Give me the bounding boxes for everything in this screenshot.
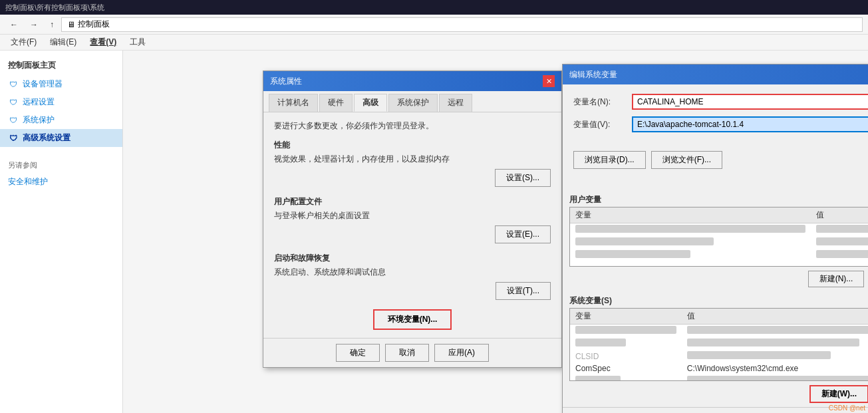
user-table-row[interactable] xyxy=(570,223,868,237)
envvar-dialog: 环境变量 ✕ 编辑系统变量 ✕ 变量名(N): 变量值(V): xyxy=(562,64,868,413)
nav-path-text: 控制面板 xyxy=(78,19,110,30)
performance-settings-btn[interactable]: 设置(S)... xyxy=(495,169,551,187)
sys-table-header-val: 值 xyxy=(682,309,868,325)
edit-var-input[interactable] xyxy=(632,94,868,110)
sys-table-row-comspec[interactable]: ComSpec C:\Windows\system32\cmd.exe xyxy=(570,362,868,374)
sys-table-row[interactable] xyxy=(570,374,868,381)
user-profile-settings-btn[interactable]: 设置(E)... xyxy=(495,225,551,243)
edit-dialog: 编辑系统变量 ✕ 变量名(N): 变量值(V): 浏览目录(D)... 浏览文件 xyxy=(563,65,868,176)
nav-up[interactable]: ↑ xyxy=(45,18,59,31)
sysprop-title: 系统属性 xyxy=(270,76,302,87)
user-table-row[interactable] xyxy=(570,236,868,249)
system-vars-section: 系统变量(S) 变量 值 xyxy=(563,291,868,407)
performance-section: 性能 视觉效果，处理器计划，内存使用，以及虚拟内存 设置(S)... xyxy=(274,140,551,187)
edit-var-label: 变量名(N): xyxy=(573,96,627,108)
edit-val-row: 变量值(V): xyxy=(573,116,868,132)
user-profile-title: 用户配置文件 xyxy=(274,196,551,207)
sysprop-title-bar: 系统属性 ✕ xyxy=(263,71,561,91)
shield-icon-remote: 🛡 xyxy=(8,97,19,108)
tab-computer-name[interactable]: 计算机名 xyxy=(269,94,318,112)
sysprop-footer: 确定 取消 应用(A) xyxy=(263,338,561,367)
menu-file[interactable]: 文件(F) xyxy=(5,35,42,49)
sidebar-section-see-also: 另请参阅 xyxy=(0,158,122,173)
sysprop-apply-btn[interactable]: 应用(A) xyxy=(434,344,489,362)
user-vars-btns: 新建(N)... 编辑(E)... 删除(D) xyxy=(563,267,868,291)
sidebar-item-remote[interactable]: 🛡 远程设置 xyxy=(0,93,122,111)
sys-table-row[interactable] xyxy=(570,325,868,338)
shield-icon-protection: 🛡 xyxy=(8,115,19,126)
edit-val-label: 变量值(V): xyxy=(573,119,627,130)
browse-file-btn[interactable]: 浏览文件(F)... xyxy=(651,151,722,169)
sys-val-comspec: C:\Windows\system32\cmd.exe xyxy=(682,362,868,374)
sidebar-item-label: 设备管理器 xyxy=(23,78,63,90)
envvar-footer: 确定 取消 xyxy=(563,407,868,413)
env-variables-btn[interactable]: 环境变量(N)... xyxy=(373,309,452,330)
top-bar: 控制面板\所有控制面板项\系统 xyxy=(0,0,868,15)
blurred-var xyxy=(575,339,626,346)
edit-title-text: 编辑系统变量 xyxy=(569,69,617,80)
user-vars-title: 用户变量 xyxy=(563,190,868,207)
sys-table-row[interactable] xyxy=(570,337,868,350)
system-vars-btns: 新建(W)... 编辑(I)... 删除(L) xyxy=(563,381,868,407)
blurred-var xyxy=(575,250,690,258)
sysprop-note: 要进行大多数更改，你必须作为管理员登录。 xyxy=(274,120,551,132)
tab-remote[interactable]: 远程 xyxy=(439,94,472,112)
tab-hardware[interactable]: 硬件 xyxy=(319,94,353,112)
sysprop-cancel-btn[interactable]: 取消 xyxy=(385,344,429,362)
tab-system-protection[interactable]: 系统保护 xyxy=(388,94,438,112)
blurred-var xyxy=(575,326,676,334)
edit-var-row: 变量名(N): xyxy=(573,94,868,110)
performance-title: 性能 xyxy=(274,140,551,151)
menu-view[interactable]: 查看(V) xyxy=(84,35,122,49)
browse-dir-btn[interactable]: 浏览目录(D)... xyxy=(573,151,646,169)
edit-browse-btns: 浏览目录(D)... 浏览文件(F)... 确定 取消 xyxy=(563,148,868,176)
nav-path: 🖥 控制面板 xyxy=(61,17,863,32)
blurred-var xyxy=(575,237,714,245)
sidebar-item-security[interactable]: 安全和维护 xyxy=(0,173,122,191)
user-table-header-val: 值 xyxy=(811,207,868,223)
edit-content: 变量名(N): 变量值(V): xyxy=(563,84,868,148)
user-vars-table: 变量 值 xyxy=(569,207,868,267)
sys-table-row-clsid[interactable]: CLSID xyxy=(570,350,868,362)
menu-bar: 文件(F) 编辑(E) 查看(V) 工具 xyxy=(0,35,868,51)
sidebar-item-advanced[interactable]: 🛡 高级系统设置 xyxy=(0,129,122,147)
edit-val-input[interactable] xyxy=(632,116,868,132)
content-area: 系统属性 ✕ 计算机名 硬件 高级 系统保护 远程 要进行大多数更改，你必须作为… xyxy=(123,51,868,413)
nav-path-icon: 🖥 xyxy=(67,20,75,29)
blurred-val xyxy=(687,339,859,346)
sysprop-content: 要进行大多数更改，你必须作为管理员登录。 性能 视觉效果，处理器计划，内存使用，… xyxy=(263,112,561,338)
tab-advanced[interactable]: 高级 xyxy=(354,94,387,112)
blurred-val xyxy=(816,250,868,258)
sysprop-ok-btn[interactable]: 确定 xyxy=(336,344,380,362)
sysprop-tabs: 计算机名 硬件 高级 系统保护 远程 xyxy=(263,91,561,112)
sysprop-close-btn[interactable]: ✕ xyxy=(543,75,555,87)
system-vars-title: 系统变量(S) xyxy=(563,291,868,308)
startup-settings-btn[interactable]: 设置(T)... xyxy=(496,282,551,300)
sidebar-item-device-manager[interactable]: 🛡 设备管理器 xyxy=(0,75,122,93)
menu-edit[interactable]: 编辑(E) xyxy=(45,35,82,49)
menu-tools[interactable]: 工具 xyxy=(124,35,151,49)
sysprop-dialog: 系统属性 ✕ 计算机名 硬件 高级 系统保护 远程 要进行大多数更改，你必须作为… xyxy=(263,70,562,368)
sidebar-item-label: 远程设置 xyxy=(23,96,55,108)
shield-icon-device: 🛡 xyxy=(8,79,19,90)
sys-table-header-var: 变量 xyxy=(570,309,682,325)
nav-back[interactable]: ← xyxy=(5,18,23,31)
edit-title-bar: 编辑系统变量 ✕ xyxy=(563,65,868,84)
startup-title: 启动和故障恢复 xyxy=(274,253,551,264)
system-new-btn[interactable]: 新建(W)... xyxy=(809,385,868,403)
blurred-val xyxy=(687,351,831,359)
user-profile-desc: 与登录帐户相关的桌面设置 xyxy=(274,210,551,221)
performance-desc: 视觉效果，处理器计划，内存使用，以及虚拟内存 xyxy=(274,154,551,165)
blurred-val xyxy=(687,376,868,381)
user-table-row[interactable] xyxy=(570,249,868,261)
user-new-btn[interactable]: 新建(N)... xyxy=(808,271,865,287)
top-bar-path: 控制面板\所有控制面板项\系统 xyxy=(5,3,104,13)
sidebar-item-label: 安全和维护 xyxy=(8,176,48,188)
sidebar-title: 控制面板主页 xyxy=(0,56,122,75)
user-table-header-var: 变量 xyxy=(570,207,811,223)
startup-desc: 系统启动、系统故障和调试信息 xyxy=(274,267,551,278)
nav-forward[interactable]: → xyxy=(25,18,43,31)
blurred-var xyxy=(575,376,621,381)
sidebar: 控制面板主页 🛡 设备管理器 🛡 远程设置 🛡 系统保护 🛡 高级系统设置 另请… xyxy=(0,51,123,413)
sidebar-item-protection[interactable]: 🛡 系统保护 xyxy=(0,111,122,129)
